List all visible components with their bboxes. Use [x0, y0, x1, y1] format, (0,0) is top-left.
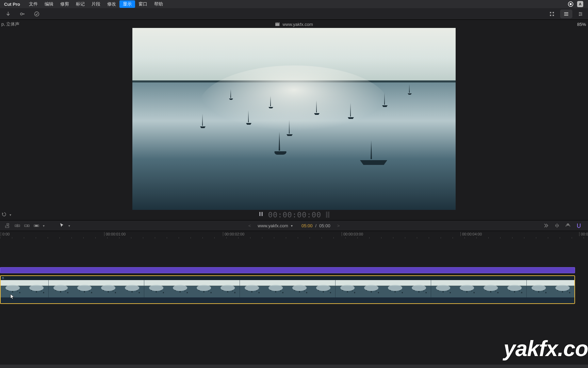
filmstrip-thumb — [431, 280, 455, 297]
menu-mark[interactable]: 标记 — [72, 0, 88, 8]
retime-icon[interactable] — [1, 212, 7, 218]
svg-rect-26 — [24, 225, 27, 227]
select-tool-icon[interactable] — [59, 223, 65, 229]
timeline-next-button[interactable]: > — [333, 223, 344, 228]
svg-point-150 — [354, 292, 355, 293]
overwrite-clip-icon[interactable] — [33, 223, 39, 229]
svg-point-52 — [60, 291, 61, 292]
filmstrip-thumb — [455, 280, 479, 297]
svg-point-98 — [197, 285, 211, 291]
svg-point-106 — [220, 285, 235, 291]
svg-point-45 — [41, 291, 42, 292]
chevron-down-icon[interactable]: ▾ — [43, 224, 45, 228]
svg-point-99 — [199, 290, 199, 291]
svg-point-205 — [519, 291, 520, 292]
svg-point-92 — [179, 291, 181, 292]
video-clip[interactable]: n — [0, 275, 575, 304]
preview-frame — [132, 28, 456, 210]
svg-point-130 — [292, 285, 307, 291]
viewer-canvas[interactable] — [132, 28, 456, 210]
menu-view[interactable]: 显示 — [119, 0, 135, 8]
connect-clip-icon[interactable] — [5, 223, 11, 229]
clip-appearance-button[interactable] — [546, 10, 558, 18]
svg-point-123 — [271, 290, 271, 291]
svg-point-203 — [509, 290, 510, 291]
svg-point-173 — [423, 291, 424, 292]
menu-modify[interactable]: 修改 — [104, 0, 119, 8]
timecode-display[interactable]: 00:00:00:00 — [268, 211, 322, 219]
svg-point-219 — [557, 290, 558, 291]
record-status-icon[interactable] — [568, 1, 574, 7]
svg-rect-5 — [553, 12, 554, 13]
svg-point-139 — [318, 290, 319, 291]
filmstrip-thumb — [120, 280, 144, 297]
svg-point-218 — [555, 285, 570, 291]
svg-point-122 — [268, 285, 283, 291]
svg-point-62 — [91, 292, 92, 293]
timeline-ruler[interactable]: 0:00 00:00:01:00 00:00:02:00 00:00:03:00… — [0, 231, 588, 239]
menu-window[interactable]: 窗口 — [135, 0, 151, 8]
insert-clip-icon[interactable] — [14, 223, 20, 229]
list-view-button[interactable] — [560, 10, 572, 18]
inspector-button[interactable] — [574, 10, 587, 18]
svg-rect-24 — [15, 225, 17, 227]
filmstrip-thumb — [72, 280, 96, 297]
svg-rect-21 — [5, 226, 9, 228]
title-clip[interactable] — [0, 267, 575, 273]
svg-point-108 — [227, 291, 229, 292]
app-title: Cut Pro — [1, 1, 23, 7]
menu-file[interactable]: 文件 — [26, 0, 41, 8]
svg-point-172 — [419, 291, 420, 292]
key-icon — [20, 11, 25, 17]
svg-point-220 — [562, 291, 563, 292]
menu-trim[interactable]: 修剪 — [57, 0, 72, 8]
filmstrip-thumb — [240, 280, 264, 297]
chevron-down-icon[interactable]: ▾ — [68, 224, 70, 228]
audio-skimming-icon[interactable] — [554, 223, 560, 229]
snapping-icon[interactable] — [576, 223, 582, 229]
svg-point-75 — [127, 290, 128, 291]
background-tasks-button[interactable] — [31, 10, 43, 18]
watermark: yakfx.co — [504, 336, 588, 361]
import-button[interactable] — [2, 10, 14, 18]
filmstrip-thumb — [503, 280, 526, 297]
lower-toolbar: ▾ ▾ < www.yakfx.com ▾ 05:00 / 05:00 > — [0, 220, 588, 231]
svg-point-85 — [161, 291, 161, 292]
svg-point-50 — [53, 285, 68, 291]
svg-point-194 — [484, 285, 498, 291]
svg-rect-20 — [261, 212, 263, 216]
input-mode-badge[interactable]: A — [577, 1, 583, 7]
svg-point-134 — [306, 292, 307, 293]
svg-point-34 — [5, 285, 20, 291]
menu-edit[interactable]: 编辑 — [41, 0, 57, 8]
svg-point-77 — [136, 291, 137, 292]
timeline-area[interactable]: n — [0, 239, 588, 344]
pause-button[interactable] — [259, 212, 263, 218]
menubar: Cut Pro 文件 编辑 修剪 标记 片段 修改 显示 窗口 帮助 A — [0, 0, 588, 8]
project-name: www.yakfx.com — [282, 22, 313, 27]
timecode-row: ▾ 00:00:00:00 — [0, 209, 588, 220]
audio-waveform — [1, 297, 574, 303]
svg-point-210 — [532, 285, 546, 291]
skimming-icon[interactable] — [543, 223, 549, 229]
toolbar — [0, 8, 588, 20]
zoom-level[interactable]: 85% — [577, 22, 588, 27]
solo-icon[interactable] — [565, 223, 571, 229]
svg-point-204 — [514, 291, 516, 292]
keyword-button[interactable] — [16, 10, 29, 18]
svg-point-138 — [316, 285, 330, 291]
append-clip-icon[interactable] — [24, 223, 30, 229]
svg-point-213 — [543, 291, 544, 292]
menu-clip[interactable]: 片段 — [88, 0, 104, 8]
svg-point-190 — [473, 292, 475, 293]
timeline-prev-button[interactable]: < — [244, 223, 255, 228]
time-separator: / — [315, 223, 316, 228]
elapsed-time: 05:00 — [301, 223, 313, 228]
chevron-down-icon[interactable]: ▾ — [291, 224, 293, 228]
timeline-title[interactable]: www.yakfx.com — [258, 223, 288, 228]
menu-help[interactable]: 帮助 — [151, 0, 166, 8]
chevron-down-icon[interactable]: ▾ — [10, 213, 11, 217]
svg-point-38 — [19, 292, 20, 293]
svg-point-54 — [67, 292, 68, 293]
svg-rect-8 — [564, 12, 568, 13]
